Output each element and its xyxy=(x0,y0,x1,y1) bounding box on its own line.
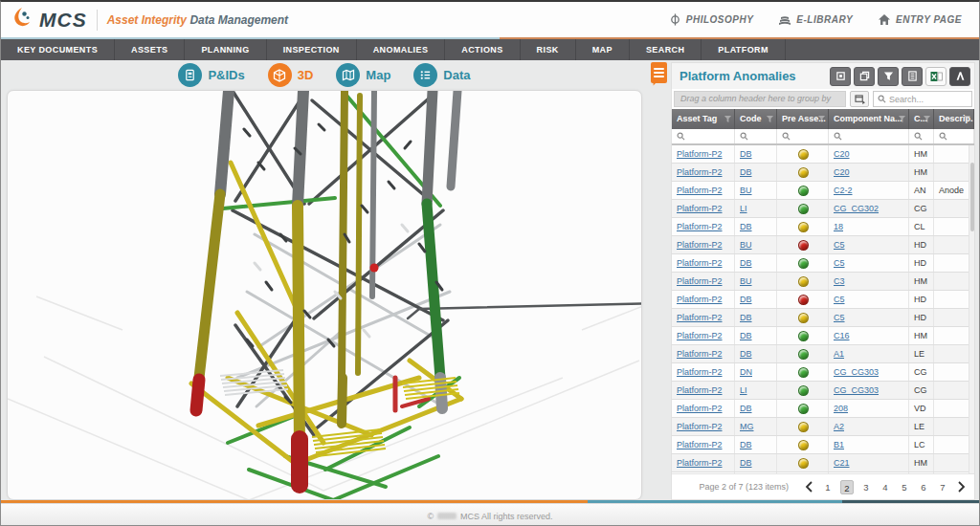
asset-tag-link[interactable]: Platform-P2 xyxy=(677,385,723,395)
column-filter-3[interactable] xyxy=(829,129,909,143)
table-row[interactable]: Platform-P2DBC20HM xyxy=(672,145,974,164)
table-row[interactable]: Platform-P2DBB1LC xyxy=(672,436,974,454)
code-link[interactable]: MG xyxy=(740,422,754,431)
column-header-1[interactable]: Code xyxy=(735,109,777,129)
code-link[interactable]: BU xyxy=(740,276,752,286)
column-header-0[interactable]: Asset Tag xyxy=(672,109,735,129)
table-scrollbar[interactable] xyxy=(969,145,974,473)
code-link[interactable]: DB xyxy=(740,258,752,268)
page-number-3[interactable]: 3 xyxy=(859,480,873,494)
asset-tag-link[interactable]: Platform-P2 xyxy=(677,276,723,286)
philosophy-link[interactable]: PHILOSOPHY xyxy=(669,13,754,26)
page-number-5[interactable]: 5 xyxy=(898,480,911,494)
code-link[interactable]: DN xyxy=(740,367,752,377)
window-icon[interactable] xyxy=(830,67,851,86)
asset-tag-link[interactable]: Platform-P2 xyxy=(677,240,723,250)
pdf-export-icon[interactable] xyxy=(949,67,970,86)
component-link[interactable]: C5 xyxy=(834,240,845,250)
column-filter-5[interactable] xyxy=(934,129,974,143)
nav-item-planning[interactable]: PLANNING xyxy=(185,39,266,60)
component-link[interactable]: C16 xyxy=(834,331,850,340)
code-link[interactable]: DB xyxy=(740,295,752,304)
component-link[interactable]: C3 xyxy=(834,276,845,286)
component-link[interactable]: C20 xyxy=(834,149,850,159)
column-chooser-icon[interactable] xyxy=(850,91,869,107)
code-link[interactable]: DB xyxy=(740,313,752,322)
table-row[interactable]: Platform-P2DBC16HM xyxy=(672,327,974,345)
next-page-icon[interactable] xyxy=(955,479,969,494)
column-filter-2[interactable] xyxy=(777,129,829,143)
nav-item-inspection[interactable]: INSPECTION xyxy=(267,39,357,60)
nav-item-risk[interactable]: RISK xyxy=(521,39,576,60)
asset-tag-link[interactable]: Platform-P2 xyxy=(677,258,723,268)
nav-item-assets[interactable]: ASSETS xyxy=(115,39,185,60)
code-link[interactable]: DB xyxy=(740,349,752,359)
asset-tag-link[interactable]: Platform-P2 xyxy=(677,440,723,449)
asset-tag-link[interactable]: Platform-P2 xyxy=(677,167,723,177)
table-row[interactable]: Platform-P2DBC5HD xyxy=(672,291,974,309)
entry-page-link[interactable]: ENTRY PAGE xyxy=(878,13,962,26)
filter-icon[interactable] xyxy=(878,67,899,86)
brand-logo[interactable]: MCS xyxy=(1,6,87,34)
asset-tag-link[interactable]: Platform-P2 xyxy=(677,149,723,159)
nav-item-search[interactable]: SEARCH xyxy=(630,39,702,60)
component-link[interactable]: C2-2 xyxy=(834,186,853,195)
asset-tag-link[interactable]: Platform-P2 xyxy=(677,222,723,231)
component-link[interactable]: A2 xyxy=(834,422,844,431)
component-link[interactable]: 18 xyxy=(834,222,843,231)
column-header-4[interactable]: C... xyxy=(909,109,934,129)
table-row[interactable]: Platform-P2DBA1LE xyxy=(672,345,974,363)
asset-tag-link[interactable]: Platform-P2 xyxy=(677,349,723,359)
code-link[interactable]: BU xyxy=(740,240,752,250)
asset-tag-link[interactable]: Platform-P2 xyxy=(677,367,723,377)
component-link[interactable]: B1 xyxy=(834,440,844,449)
excel-export-icon[interactable] xyxy=(925,67,947,86)
column-header-2[interactable]: Pre Asse... xyxy=(777,109,829,129)
group-by-hint[interactable]: Drag a column header here to group by xyxy=(674,91,846,107)
asset-tag-link[interactable]: Platform-P2 xyxy=(677,404,723,413)
nav-item-map[interactable]: MAP xyxy=(576,39,630,60)
component-link[interactable]: C21 xyxy=(834,458,850,468)
prev-page-icon[interactable] xyxy=(802,479,815,494)
column-filter-0[interactable] xyxy=(672,129,735,143)
asset-tag-link[interactable]: Platform-P2 xyxy=(677,331,723,340)
tab-data[interactable]: Data xyxy=(413,63,470,87)
page-number-6[interactable]: 6 xyxy=(917,480,930,494)
page-number-1[interactable]: 1 xyxy=(821,480,835,494)
table-row[interactable]: Platform-P2LICG_CG303CG xyxy=(672,382,974,400)
column-filter-4[interactable] xyxy=(909,129,934,143)
nav-item-key-documents[interactable]: KEY DOCUMENTS xyxy=(1,39,115,60)
asset-tag-link[interactable]: Platform-P2 xyxy=(677,295,723,304)
table-row[interactable]: Platform-P2FODF1PL xyxy=(672,472,974,473)
nav-item-platform[interactable]: PLATFORM xyxy=(702,39,786,60)
asset-tag-link[interactable]: Platform-P2 xyxy=(677,313,723,322)
code-link[interactable]: DB xyxy=(740,167,752,177)
asset-tag-link[interactable]: Platform-P2 xyxy=(677,422,723,431)
tab-pids[interactable]: P&IDs xyxy=(178,63,244,87)
page-number-4[interactable]: 4 xyxy=(879,480,892,494)
code-link[interactable]: DB xyxy=(740,222,752,231)
component-link[interactable]: C5 xyxy=(834,258,845,268)
table-row[interactable]: Platform-P2BUC2-2ANAnode xyxy=(672,182,974,200)
tab-3d[interactable]: 3D xyxy=(268,63,314,87)
nav-item-actions[interactable]: ACTIONS xyxy=(445,39,520,60)
e-library-link[interactable]: E-LIBRARY xyxy=(778,13,853,26)
table-row[interactable]: Platform-P2BUC5HD xyxy=(672,236,974,254)
component-link[interactable]: CG_CG302 xyxy=(834,204,879,213)
component-link[interactable]: CG_CG303 xyxy=(834,385,879,395)
column-header-3[interactable]: Component Na... xyxy=(829,109,909,129)
page-number-2[interactable]: 2 xyxy=(840,480,854,494)
search-input[interactable] xyxy=(889,95,966,104)
column-filter-1[interactable] xyxy=(735,129,777,143)
code-link[interactable]: LI xyxy=(740,204,747,213)
table-row[interactable]: Platform-P2LICG_CG302CG xyxy=(672,200,974,218)
table-row[interactable]: Platform-P2DNCG_CG303CG xyxy=(672,363,974,382)
component-link[interactable]: CG_CG303 xyxy=(834,367,879,377)
scrollbar-thumb[interactable] xyxy=(970,163,974,231)
component-link[interactable]: A1 xyxy=(834,349,844,359)
code-link[interactable]: DB xyxy=(740,458,752,468)
restore-window-icon[interactable] xyxy=(854,67,875,86)
component-link[interactable]: C5 xyxy=(834,313,845,322)
table-row[interactable]: Platform-P2DBC20HM xyxy=(672,164,974,182)
component-link[interactable]: 208 xyxy=(834,404,848,413)
